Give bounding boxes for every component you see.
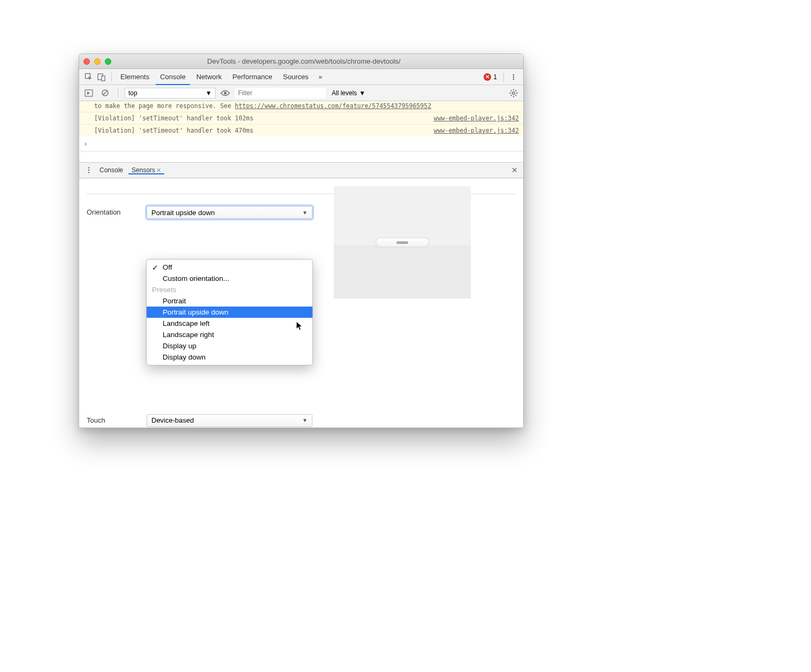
home-button-icon [396,241,408,244]
svg-line-15 [511,90,512,91]
log-levels-selector[interactable]: All levels ▼ [329,88,368,98]
maximize-window-button[interactable] [105,58,111,65]
close-drawer-icon[interactable]: ✕ [509,166,520,174]
svg-line-8 [103,91,107,95]
tab-network[interactable]: Network [191,69,227,85]
log-line-partial: to make the page more responsive. See ht… [79,101,523,112]
device-mockup[interactable] [376,238,429,247]
drawer-menu-icon[interactable] [82,164,95,177]
touch-select[interactable]: Device-based ▼ [147,414,312,427]
drawer-tab-console[interactable]: Console [95,166,127,174]
device-preview [334,186,471,299]
svg-point-4 [513,76,515,78]
svg-point-9 [224,91,227,94]
device-toggle-icon[interactable] [95,71,108,83]
window-controls [83,58,111,65]
settings-icon[interactable] [507,87,520,100]
svg-point-21 [88,172,90,173]
console-filter-bar: top ▼ All levels ▼ [79,85,523,101]
chevron-down-icon: ▼ [205,89,212,97]
error-badge[interactable]: ✕ 1 [484,73,497,81]
main-tabs: Elements Console Network Performance Sou… [115,69,314,85]
main-toolbar: Elements Console Network Performance Sou… [79,69,523,85]
error-icon: ✕ [484,73,491,81]
more-tabs-icon[interactable]: » [314,71,327,83]
devtools-window: DevTools - developers.google.com/web/too… [79,54,524,428]
tab-console[interactable]: Console [155,69,191,85]
console-output: to make the page more responsive. See ht… [79,101,523,151]
filter-input[interactable] [235,88,326,98]
separator [111,72,112,82]
violation-message: [Violation] 'setTimeout' handler took 47… [94,127,254,134]
clear-console-icon[interactable] [98,87,111,100]
svg-point-10 [512,91,515,94]
touch-label: Touch [87,416,147,424]
drawer-tab-sensors[interactable]: Sensors ✕ [127,166,165,174]
error-count: 1 [493,73,497,81]
svg-point-19 [88,167,90,169]
live-expression-icon[interactable] [219,87,232,100]
violation-source-link[interactable]: www-embed-player.js:342 [434,114,519,122]
orientation-option-display-up[interactable]: Display up [147,340,312,352]
close-tab-icon[interactable]: ✕ [156,167,161,174]
drawer-tabbar: Console Sensors ✕ ✕ [79,162,523,178]
orientation-presets-heading: Presets [147,284,312,295]
violation-source-link[interactable]: www-embed-player.js:342 [434,127,519,134]
chevron-down-icon: ▼ [359,89,365,97]
violation-row: [Violation] 'setTimeout' handler took 10… [79,112,523,124]
orientation-option-portrait-upside-down[interactable]: Portrait upside down [147,307,312,318]
titlebar: DevTools - developers.google.com/web/too… [79,54,523,69]
levels-value: All levels [332,89,357,97]
orientation-select-value: Portrait upside down [151,209,215,217]
violation-message: [Violation] 'setTimeout' handler took 10… [94,114,254,122]
violation-row: [Violation] 'setTimeout' handler took 47… [79,124,523,136]
orientation-option-portrait[interactable]: Portrait [147,295,312,307]
minimize-window-button[interactable] [94,58,101,65]
orientation-option-landscape-left[interactable]: Landscape left [147,318,312,329]
kebab-menu-icon[interactable] [507,71,520,83]
touch-select-value: Device-based [151,416,194,424]
orientation-option-landscape-right[interactable]: Landscape right [147,329,312,340]
log-link[interactable]: https://www.chromestatus.com/feature/574… [235,102,431,110]
orientation-dropdown: Off Custom orientation... Presets Portra… [146,259,313,365]
svg-line-16 [516,95,517,96]
chevron-down-icon: ▼ [302,210,308,216]
inspect-icon[interactable] [82,71,95,83]
touch-field: Touch Device-based ▼ [79,413,523,427]
orientation-select[interactable]: Portrait upside down ▼ [147,206,312,219]
window-title: DevTools - developers.google.com/web/too… [117,57,491,65]
tab-elements[interactable]: Elements [115,69,155,85]
svg-rect-2 [102,76,105,81]
tab-sources[interactable]: Sources [278,69,314,85]
sidebar-toggle-icon[interactable] [82,87,95,100]
tab-performance[interactable]: Performance [227,69,278,85]
close-window-button[interactable] [83,58,90,65]
separator [118,88,118,98]
context-value: top [128,89,137,97]
context-selector[interactable]: top ▼ [125,88,216,98]
orientation-option-display-down[interactable]: Display down [147,352,312,363]
svg-line-17 [511,95,512,96]
svg-point-20 [88,170,90,171]
chevron-down-icon: ▼ [302,417,308,423]
orientation-option-custom[interactable]: Custom orientation... [147,273,312,284]
separator [503,72,504,82]
svg-line-18 [516,90,517,91]
svg-point-5 [513,78,515,80]
orientation-option-off[interactable]: Off [147,262,312,273]
console-prompt[interactable]: › [79,136,523,151]
svg-point-3 [513,74,515,75]
orientation-label: Orientation [87,206,147,216]
preview-ground [334,245,471,299]
